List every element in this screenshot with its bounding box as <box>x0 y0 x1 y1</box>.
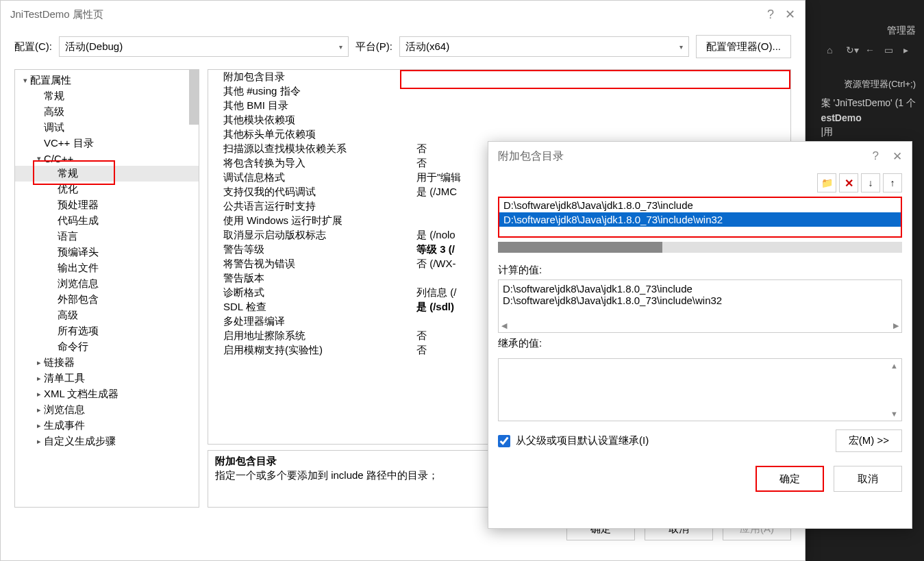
tree-arrow-icon[interactable]: ▸ <box>34 358 44 367</box>
solution-line-1[interactable]: 案 'JniTestDemo' (1 个 <box>813 96 924 111</box>
refresh-icon[interactable]: ↻▾ <box>846 45 860 58</box>
config-select[interactable]: 活动(Debug)▾ <box>59 36 349 57</box>
scrollbar-thumb[interactable] <box>498 242 662 253</box>
inherited-label: 继承的值: <box>488 333 912 353</box>
new-folder-icon[interactable]: 📁 <box>817 173 836 192</box>
tree-label: 常规 <box>58 167 78 180</box>
prop-name: 支持仅我的代码调试 <box>208 186 414 199</box>
tree-label: 生成事件 <box>44 419 85 432</box>
sub-ok-button[interactable]: 确定 <box>756 466 824 492</box>
vs-tab-manager[interactable]: 管理器 <box>879 21 924 41</box>
tree-label: 语言 <box>58 230 78 243</box>
tree-item-9[interactable]: 代码生成 <box>15 213 199 229</box>
solution-line-3[interactable]: |用 <box>813 125 924 140</box>
tree-item-10[interactable]: 语言 <box>15 229 199 245</box>
tree-item-6[interactable]: 常规 <box>15 166 199 182</box>
tree-item-8[interactable]: 预处理器 <box>15 197 199 213</box>
close-icon[interactable]: ✕ <box>892 149 902 164</box>
path-list[interactable]: D:\software\jdk8\Java\jdk1.8.0_73\includ… <box>498 197 902 238</box>
computed-values: D:\software\jdk8\Java\jdk1.8.0_73\includ… <box>498 279 902 333</box>
config-manager-button[interactable]: 配置管理器(O)... <box>696 35 791 58</box>
tree-item-1[interactable]: 常规 <box>15 88 199 104</box>
move-down-icon[interactable]: ↓ <box>861 173 880 192</box>
tree-panel[interactable]: ▾配置属性常规高级调试VC++ 目录▾C/C++常规优化预处理器代码生成语言预编… <box>14 69 199 508</box>
tree-item-7[interactable]: 优化 <box>15 182 199 197</box>
prop-value[interactable] <box>414 71 790 84</box>
path-item-2[interactable]: D:\software\jdk8\Java\jdk1.8.0_73\includ… <box>499 212 901 227</box>
solution-line-2[interactable]: estDemo <box>813 111 924 125</box>
scroll-left-icon[interactable]: ◀ <box>501 321 507 331</box>
home-icon[interactable]: ⌂ <box>827 45 840 58</box>
tree-item-13[interactable]: 浏览信息 <box>15 276 199 292</box>
prop-row-1[interactable]: 其他 #using 指令 <box>208 84 790 99</box>
tree-item-2[interactable]: 高级 <box>15 104 199 120</box>
close-icon[interactable]: ✕ <box>785 7 795 22</box>
tree-label: 浏览信息 <box>44 403 85 416</box>
macros-button[interactable]: 宏(M) >> <box>836 429 902 452</box>
prop-row-2[interactable]: 其他 BMI 目录 <box>208 99 790 113</box>
window-icon[interactable]: ▭ <box>884 45 898 58</box>
tree-item-22[interactable]: ▸生成事件 <box>15 418 199 434</box>
tree-arrow-icon[interactable]: ▸ <box>34 421 44 430</box>
prop-name: 其他 BMI 目录 <box>208 99 414 112</box>
sub-title: 附加包含目录 <box>498 149 564 164</box>
tree-item-4[interactable]: VC++ 目录 <box>15 136 199 151</box>
solution-tree[interactable]: 案 'JniTestDemo' (1 个 estDemo |用 <box>813 96 924 140</box>
tree-arrow-icon[interactable]: ▸ <box>34 437 44 446</box>
platform-label: 平台(P): <box>355 40 392 53</box>
tree-item-12[interactable]: 输出文件 <box>15 260 199 276</box>
help-icon[interactable]: ? <box>767 8 774 22</box>
platform-select[interactable]: 活动(x64)▾ <box>399 36 689 57</box>
tree-arrow-icon[interactable]: ▾ <box>21 76 30 85</box>
tree-item-16[interactable]: 所有选项 <box>15 323 199 339</box>
tree-item-18[interactable]: ▸链接器 <box>15 355 199 371</box>
tree-item-23[interactable]: ▸自定义生成步骤 <box>15 434 199 449</box>
path-item-1[interactable]: D:\software\jdk8\Java\jdk1.8.0_73\includ… <box>499 198 901 212</box>
computed-value-1: D:\software\jdk8\Java\jdk1.8.0_73\includ… <box>503 283 897 295</box>
tree-item-3[interactable]: 调试 <box>15 120 199 136</box>
prop-value[interactable] <box>414 114 790 127</box>
tree-item-11[interactable]: 预编译头 <box>15 245 199 260</box>
tree-item-5[interactable]: ▾C/C++ <box>15 151 199 166</box>
tree-item-0[interactable]: ▾配置属性 <box>15 73 199 88</box>
prop-value[interactable] <box>414 99 790 112</box>
more-icon[interactable]: ▸ <box>903 45 917 58</box>
sub-toolbar: 📁 ✕ ↓ ↑ <box>488 171 912 197</box>
prop-value[interactable] <box>414 128 790 141</box>
inherit-checkbox[interactable]: 从父级或项目默认设置继承(I) <box>498 434 649 447</box>
back-icon[interactable]: ← <box>865 45 879 58</box>
delete-icon[interactable]: ✕ <box>839 173 858 192</box>
scroll-right-icon[interactable]: ▶ <box>893 321 899 331</box>
sub-cancel-button[interactable]: 取消 <box>834 466 902 492</box>
tree-item-19[interactable]: ▸清单工具 <box>15 371 199 386</box>
solution-explorer-label: 资源管理器(Ctrl+;) <box>836 75 924 93</box>
prop-row-3[interactable]: 其他模块依赖项 <box>208 113 790 127</box>
tree-arrow-icon[interactable]: ▸ <box>34 390 44 399</box>
tree-item-14[interactable]: 外部包含 <box>15 292 199 308</box>
tree-item-15[interactable]: 高级 <box>15 308 199 323</box>
horizontal-scrollbar[interactable] <box>498 242 902 253</box>
prop-name: 将警告视为错误 <box>208 258 414 271</box>
help-icon[interactable]: ? <box>873 149 879 164</box>
prop-row-0[interactable]: 附加包含目录 <box>208 70 790 84</box>
scroll-down-icon[interactable]: ▼ <box>890 410 900 418</box>
chevron-down-icon: ▾ <box>679 43 683 51</box>
tree-item-21[interactable]: ▸浏览信息 <box>15 402 199 418</box>
tree-item-20[interactable]: ▸XML 文档生成器 <box>15 386 199 402</box>
main-titlebar: JniTestDemo 属性页 ? ✕ <box>1 1 805 28</box>
tree-label: 优化 <box>58 183 78 196</box>
prop-row-4[interactable]: 其他标头单元依赖项 <box>208 127 790 142</box>
tree-label: 预编译头 <box>58 246 99 259</box>
prop-value[interactable] <box>414 85 790 98</box>
scroll-up-icon[interactable]: ▲ <box>890 362 900 370</box>
tree-arrow-icon[interactable]: ▾ <box>34 154 44 163</box>
prop-name: 扫描源以查找模块依赖关系 <box>208 142 414 155</box>
prop-name: 其他模块依赖项 <box>208 114 414 127</box>
inherit-checkbox-input[interactable] <box>498 435 510 447</box>
inherited-values: ▲▼ <box>498 358 902 421</box>
scrollbar[interactable] <box>189 70 199 125</box>
tree-item-17[interactable]: 命令行 <box>15 339 199 355</box>
tree-arrow-icon[interactable]: ▸ <box>34 374 44 383</box>
tree-arrow-icon[interactable]: ▸ <box>34 406 44 414</box>
move-up-icon[interactable]: ↑ <box>883 173 902 192</box>
